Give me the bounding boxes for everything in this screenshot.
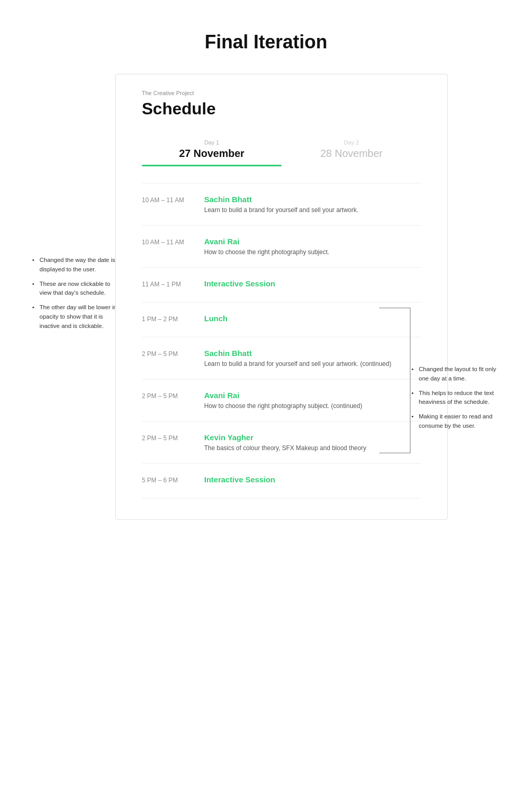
card-main-title: Schedule	[142, 99, 421, 119]
schedule-row: 10 AM – 11 AMSachin BhattLearn to build …	[142, 183, 421, 226]
speaker-name: Avani Rai	[204, 237, 421, 246]
day-tab-2[interactable]: Day 2 28 November	[282, 139, 421, 173]
schedule-content: Sachin BhattLearn to build a brand for y…	[204, 195, 421, 214]
speaker-description: Learn to build a brand for yourself and …	[204, 206, 421, 214]
schedule-time: 5 PM – 6 PM	[142, 475, 204, 484]
schedule-content: Interactive Session	[204, 279, 421, 291]
schedule-time: 2 PM – 5 PM	[142, 391, 204, 400]
day1-label: Day 1	[142, 139, 282, 146]
left-annotation-item: Changed the way the date is displayed to…	[32, 256, 121, 274]
left-annotation: Changed the way the date is displayed to…	[32, 256, 121, 336]
schedule-time: 2 PM – 5 PM	[142, 433, 204, 442]
schedule-time: 2 PM – 5 PM	[142, 349, 204, 358]
schedule-row: 5 PM – 6 PMInteractive Session	[142, 464, 421, 498]
right-annotation-item: Making it easier to read and consume by …	[411, 412, 500, 431]
speaker-name: Interactive Session	[204, 475, 421, 484]
tab-underline-inactive	[282, 165, 421, 166]
speaker-description: How to choose the right photography subj…	[204, 248, 421, 256]
right-annotation-item: This helps to reduce the text heaviness …	[411, 389, 500, 407]
schedule-content: Avani RaiHow to choose the right photogr…	[204, 237, 421, 256]
schedule-content: Interactive Session	[204, 475, 421, 486]
day2-label: Day 2	[282, 139, 421, 146]
outer-wrapper: Changed the way the date is displayed to…	[32, 74, 500, 520]
right-bracket-line	[379, 308, 410, 453]
schedule-row: 11 AM – 1 PMInteractive Session	[142, 268, 421, 303]
tab-underline-active	[142, 165, 282, 166]
schedule-time: 10 AM – 11 AM	[142, 237, 204, 246]
schedule-row: 10 AM – 11 AMAvani RaiHow to choose the …	[142, 226, 421, 268]
page-title: Final Iteration	[0, 0, 532, 74]
speaker-name: Sachin Bhatt	[204, 195, 421, 204]
day1-date: 27 November	[142, 148, 282, 160]
day-tab-1[interactable]: Day 1 27 November	[142, 139, 282, 173]
left-annotation-item: These are now clickable to view that day…	[32, 280, 121, 298]
right-annotation: Changed the layout to fit only one day a…	[411, 365, 500, 436]
left-annotation-item: The other day will be lower in opacity t…	[32, 303, 121, 331]
card-subtitle: The Creative Project	[142, 90, 421, 96]
card-header: The Creative Project Schedule	[116, 74, 447, 129]
schedule-time: 10 AM – 11 AM	[142, 195, 204, 204]
day-tabs: Day 1 27 November Day 2 28 November	[116, 134, 447, 173]
day2-date: 28 November	[282, 148, 421, 160]
schedule-time: 1 PM – 2 PM	[142, 314, 204, 323]
speaker-name: Interactive Session	[204, 279, 421, 288]
schedule-time: 11 AM – 1 PM	[142, 279, 204, 288]
right-annotation-item: Changed the layout to fit only one day a…	[411, 365, 500, 384]
